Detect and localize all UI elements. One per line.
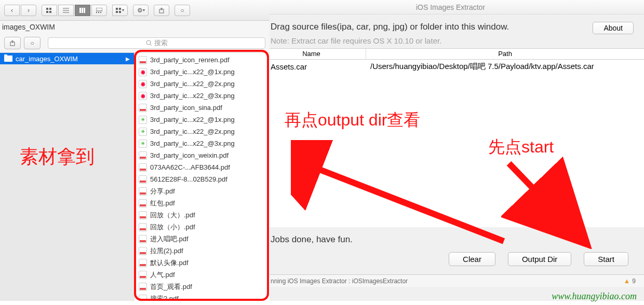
file-name: 5612E28F-8...02B529.pdf [150,175,227,183]
sidebar-item-folder[interactable]: car_images_OXWIM ▶ [0,53,134,64]
view-gallery-button[interactable] [91,5,107,16]
pdf-file-icon [139,163,147,172]
wechat-file-icon: ✳ [139,140,147,148]
pdf-file-icon [139,271,147,279]
file-name: 3rd_party_ic...x22_@2x.png [150,128,235,135]
header-area: Drag source files(ipa, car, png, jpg) or… [257,15,644,48]
file-name: 3rd_party_icon_renren.pdf [150,56,230,64]
weibo-file-icon: ◉ [139,80,147,88]
file-row[interactable]: 回放（大）.pdf [135,209,270,221]
pdf-file-icon [139,247,147,255]
clear-button[interactable]: Clear [449,252,495,266]
svg-rect-9 [84,8,85,13]
file-column: 3rd_party_icon_renren.pdf◉3rd_party_ic..… [134,53,270,301]
finder-toolbar: ‹ › ▾ ⚙ ▾ ○ [0,0,270,21]
file-row[interactable]: 拉黑(2).pdf [135,245,270,257]
svg-rect-3 [49,11,51,13]
file-name: 首页_观看.pdf [150,282,192,292]
file-row[interactable]: ◉3rd_party_ic...x22_@2x.png [135,78,270,90]
column-name[interactable]: Name [257,49,366,59]
file-name: 进入唱吧.pdf [150,234,189,244]
file-row[interactable]: ◉3rd_party_ic...x22_@3x.png [135,90,270,102]
pdf-file-icon [139,187,147,196]
status-bar: nning iOS Images Extractor : iOSImagesEx… [257,274,644,287]
note-text: Note: Extract car file requires OS X 10.… [271,36,593,45]
warning-badge[interactable]: ▲ 9 [623,277,636,285]
file-list[interactable]: 3rd_party_icon_renren.pdf◉3rd_party_ic..… [135,53,270,301]
back-button[interactable]: ‹ [4,5,20,16]
file-row[interactable]: 分享.pdf [135,185,270,197]
file-name: 回放（小）.pdf [150,223,195,232]
pdf-file-icon [139,283,147,291]
file-name: 3rd_party_ic...x22_@2x.png [150,80,235,88]
file-name: 3rd_party_icon_weixin.pdf [150,151,229,159]
annotation-mid-text: 再点output dir查看 [285,109,420,132]
share-button[interactable] [154,5,169,16]
tags-button[interactable]: ○ [175,5,190,16]
file-name: 回放（大）.pdf [150,211,195,220]
file-row[interactable]: 3rd_party_icon_weixin.pdf [135,149,270,161]
start-button[interactable]: Start [584,252,628,266]
share-button-2[interactable] [4,37,21,49]
warning-icon: ▲ [623,277,630,285]
cell-name: Assets.car [257,62,366,71]
file-name: 3rd_party_icon_sina.pdf [150,104,222,112]
file-row[interactable]: 红包.pdf [135,197,270,209]
svg-rect-16 [116,11,118,13]
svg-rect-8 [82,8,83,13]
forward-button[interactable]: › [21,5,36,16]
watermark: www.huangyibiao.com [552,291,637,302]
file-row[interactable]: 首页_观看.pdf [135,281,270,293]
extractor-window: iOS Images Extractor Drag source files(i… [257,0,644,301]
file-name: 3rd_party_ic...x22_@1x.png [150,116,235,123]
svg-rect-11 [96,12,97,13]
search-input[interactable]: 搜索 [48,37,265,49]
view-column-button[interactable] [75,5,90,16]
svg-rect-1 [49,8,51,10]
file-name: 3rd_party_ic...x22_@1x.png [150,68,235,76]
file-row[interactable]: 人气.pdf [135,269,270,281]
column-path[interactable]: Path [366,49,644,59]
svg-line-21 [150,44,152,46]
svg-rect-17 [119,11,121,13]
file-row[interactable]: 3rd_party_icon_renren.pdf [135,54,270,66]
status-text: nning iOS Images Extractor : iOSImagesEx… [271,278,408,285]
jobs-done-text: Jobs done, have fun. [257,227,644,252]
file-row[interactable]: ◉3rd_party_ic...x22_@1x.png [135,66,270,78]
weibo-file-icon: ◉ [139,68,147,76]
file-row[interactable]: ✳3rd_party_ic...x22_@1x.png [135,114,270,126]
annotation-right-text: 先点start [488,136,554,159]
file-row[interactable]: 3rd_party_icon_sina.pdf [135,102,270,114]
pdf-file-icon [139,211,147,219]
action-button[interactable]: ⚙ ▾ [133,5,149,16]
about-button[interactable]: About [593,22,634,34]
pdf-file-icon [139,295,147,301]
file-row[interactable]: 5612E28F-8...02B529.pdf [135,173,270,185]
tags-button-2[interactable]: ○ [24,37,41,49]
svg-rect-13 [100,12,101,13]
file-row[interactable]: 回放（小）.pdf [135,221,270,233]
finder-sub-toolbar: ○ 搜索 [0,33,270,53]
window-title: iOS Images Extractor [257,0,644,15]
file-row[interactable]: 073AA62C-...AFB3644.pdf [135,161,270,173]
button-row: Clear Output Dir Start [257,252,644,274]
svg-rect-2 [46,11,48,13]
file-row[interactable]: ✳3rd_party_ic...x22_@2x.png [135,126,270,137]
file-row[interactable]: 进入唱吧.pdf [135,233,270,245]
file-row[interactable]: ✳3rd_party_ic...x22_@3x.png [135,137,270,149]
view-icon-button[interactable] [42,5,57,16]
arrange-button[interactable]: ▾ [112,5,128,16]
annotation-left-text: 素材拿到 [20,144,95,170]
pdf-file-icon [139,259,147,267]
file-row[interactable]: 默认头像.pdf [135,257,270,269]
pdf-file-icon [139,199,147,207]
pdf-file-icon [139,56,147,64]
file-row[interactable]: 搜索2.pdf [135,293,270,301]
file-name: 3rd_party_ic...x22_@3x.png [150,92,235,100]
output-dir-button[interactable]: Output Dir [508,252,571,266]
view-list-button[interactable] [58,5,74,16]
table-body[interactable]: Assets.car /Users/huangyibiao/Desktop/唱吧… [257,60,644,227]
finder-sidebar: car_images_OXWIM ▶ [0,53,134,301]
pdf-file-icon [139,104,147,112]
table-row[interactable]: Assets.car /Users/huangyibiao/Desktop/唱吧… [257,60,644,73]
